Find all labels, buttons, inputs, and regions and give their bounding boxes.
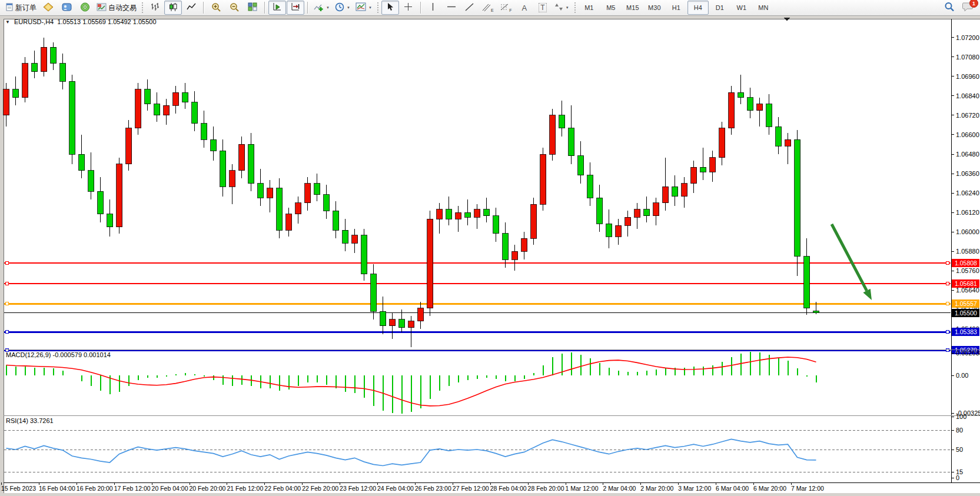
templates-button[interactable]: ▼	[353, 1, 374, 15]
horizontal-line-tool-button[interactable]	[443, 1, 460, 15]
macd-label: MACD(12,26,9) -0.000579 0.001014	[6, 351, 111, 358]
line-handle[interactable]	[946, 282, 949, 285]
templates-dropdown-arrow[interactable]: ▼	[368, 6, 372, 9]
time-tick-label: 15 Feb 2023	[1, 485, 36, 492]
chart-shift-button[interactable]	[287, 1, 304, 15]
market-watch-button[interactable]	[39, 1, 57, 15]
time-tick-label: 22 Feb 04:00	[264, 485, 301, 492]
candle	[390, 319, 396, 326]
time-tick-label: 17 Feb 12:00	[114, 485, 151, 492]
timeframe-mn-button[interactable]: MN	[753, 1, 774, 15]
horizontal-line-icon	[447, 3, 456, 12]
indicators-button[interactable]: ▼	[311, 1, 332, 15]
one-click-trading-toggle[interactable]: ▼	[5, 19, 10, 25]
price-tick-label: 1.06600	[956, 131, 979, 138]
data-window-icon	[62, 2, 72, 14]
candle	[201, 124, 207, 140]
new-order-label: 新订单	[15, 3, 36, 13]
periods-dropdown-arrow[interactable]: ▼	[347, 6, 350, 9]
candle	[446, 209, 452, 219]
chart-bars-button[interactable]	[146, 1, 164, 15]
autotrading-button[interactable]: 自动交易	[94, 1, 139, 15]
line-chart-icon	[187, 2, 196, 13]
time-tick-label: 3 Mar 12:00	[678, 485, 711, 492]
candle	[634, 209, 640, 218]
time-tick-label: 27 Feb 12:00	[453, 485, 489, 492]
tile-windows-button[interactable]	[244, 1, 261, 15]
line-handle[interactable]	[5, 262, 8, 265]
candle	[776, 127, 782, 146]
candle	[682, 184, 687, 197]
equidistant-channel-tool-button[interactable]: E	[479, 1, 497, 15]
candle	[729, 92, 735, 128]
text-label-tool-button[interactable]: T	[534, 1, 552, 15]
navigator-button[interactable]	[76, 1, 94, 15]
rsi-axis-label: 0	[956, 474, 959, 481]
timeframe-h1-button[interactable]: H1	[666, 1, 687, 15]
candle	[286, 214, 292, 231]
candle	[427, 219, 433, 308]
chart-candles-button[interactable]	[164, 1, 182, 15]
candle	[182, 92, 188, 102]
candle	[88, 171, 94, 192]
timeframe-m1-button[interactable]: M1	[579, 1, 600, 15]
candle	[13, 89, 19, 98]
time-tick-label: 6 Mar 04:00	[716, 485, 749, 492]
cursor-tool-button[interactable]	[381, 1, 399, 15]
fibonacci-tool-button[interactable]: F	[497, 1, 515, 15]
auto-scroll-button[interactable]	[268, 1, 286, 15]
trendline-tool-button[interactable]	[461, 1, 479, 15]
candle	[117, 164, 122, 227]
arrows-tool-button[interactable]: ▼	[552, 1, 572, 15]
candle	[173, 92, 179, 105]
candle	[352, 235, 358, 244]
periods-button[interactable]: ▼	[333, 1, 353, 15]
candle	[719, 128, 725, 158]
autotrading-label: 自动交易	[108, 3, 137, 13]
line-handle[interactable]	[5, 302, 8, 305]
candle	[738, 92, 744, 97]
chart-line-button[interactable]	[182, 1, 200, 15]
line-handle[interactable]	[5, 282, 8, 285]
search-button[interactable]	[941, 1, 958, 15]
line-handle[interactable]	[946, 349, 949, 352]
text-label-icon: T	[539, 3, 546, 12]
new-order-button[interactable]: 新订单	[4, 1, 39, 15]
candle	[653, 203, 659, 216]
timeframe-m5-button[interactable]: M5	[600, 1, 622, 15]
data-window-button[interactable]	[58, 1, 75, 15]
notifications-button[interactable]: 1	[959, 1, 976, 15]
text-icon: A	[522, 4, 527, 12]
price-tick-label: 1.06960	[956, 73, 979, 80]
vertical-line-tool-button[interactable]	[424, 1, 442, 15]
zoom-out-button[interactable]	[225, 1, 243, 15]
line-handle[interactable]	[946, 331, 949, 334]
line-handle[interactable]	[5, 331, 8, 334]
indicators-dropdown-arrow[interactable]: ▼	[326, 6, 330, 9]
candle	[644, 209, 650, 216]
timeframe-w1-button[interactable]: W1	[731, 1, 752, 15]
timeframe-h4-button[interactable]: H4	[687, 1, 709, 15]
candle	[748, 98, 753, 111]
zoom-in-icon	[211, 2, 221, 14]
chart-title-ohlc: EURUSD-,H4 1.05513 1.05569 1.05492 1.055…	[14, 18, 157, 25]
zoom-in-button[interactable]	[207, 1, 225, 15]
timeframe-m15-button[interactable]: M15	[622, 1, 643, 15]
candle	[437, 209, 443, 219]
rsi-label: RSI(14) 33.7261	[6, 417, 54, 424]
candle	[559, 115, 565, 128]
timeframe-d1-button[interactable]: D1	[709, 1, 730, 15]
arrows-dropdown-arrow[interactable]: ▼	[566, 6, 569, 9]
timeframe-m30-button[interactable]: M30	[644, 1, 665, 15]
candle	[333, 211, 339, 230]
fibonacci-icon	[500, 3, 509, 13]
line-handle[interactable]	[946, 262, 949, 265]
crosshair-tool-button[interactable]	[400, 1, 417, 15]
toolbar-separator	[307, 2, 308, 14]
candle	[625, 217, 631, 225]
price-tick-label: 1.07200	[956, 34, 979, 41]
toolbar: 新订单 自动交易	[0, 0, 980, 16]
text-tool-button[interactable]: A	[516, 1, 533, 15]
candle	[795, 139, 800, 256]
line-handle[interactable]	[946, 302, 949, 305]
